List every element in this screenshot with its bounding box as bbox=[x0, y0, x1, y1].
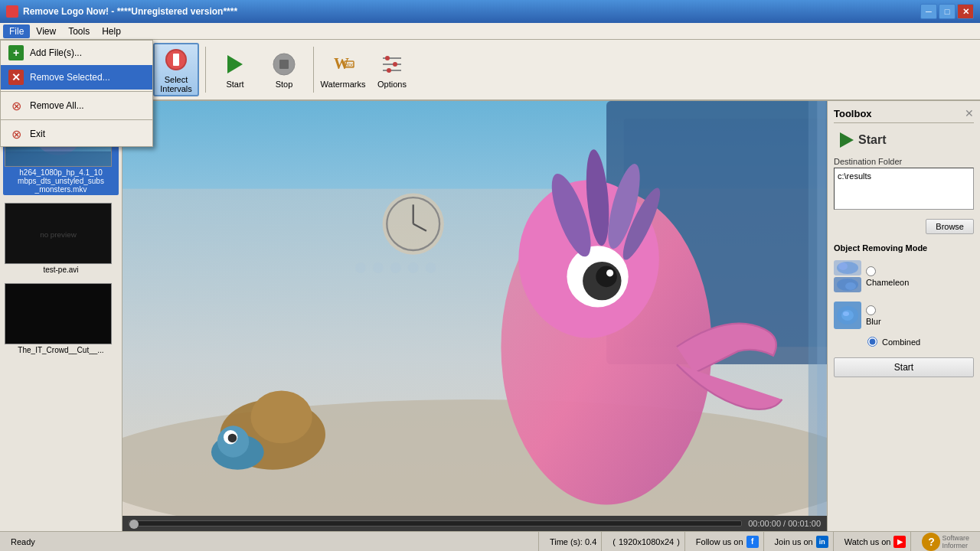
softinformer-label: SoftwareInformer bbox=[942, 534, 969, 549]
status-join-section[interactable]: Join us on in bbox=[770, 532, 834, 551]
toolbox-panel: Toolbox ✕ Start Destination Folder c:\re… bbox=[827, 101, 980, 531]
svg-text:no preview: no preview bbox=[40, 230, 77, 239]
chameleon-icon-top bbox=[834, 260, 861, 276]
object-removing-label: Object Removing Mode bbox=[834, 243, 974, 253]
window-controls: ─ □ ✕ bbox=[920, 4, 974, 19]
svg-rect-12 bbox=[279, 60, 289, 69]
softinformer-section[interactable]: ? SoftwareInformer bbox=[917, 532, 974, 551]
options-label: Options bbox=[377, 80, 407, 89]
svg-rect-9 bbox=[173, 54, 179, 66]
svg-point-65 bbox=[845, 282, 856, 290]
start-label: Start bbox=[226, 80, 243, 89]
menu-view[interactable]: View bbox=[30, 24, 62, 38]
softinformer-logo: ? SoftwareInformer bbox=[922, 533, 969, 551]
menu-remove-selected[interactable]: ✕ Remove Selected... bbox=[1, 65, 152, 90]
file-item-test-pe[interactable]: no preview test-pe.avi bbox=[3, 201, 119, 276]
app-title: Remove Logo Now! - ****Unregistered vers… bbox=[23, 6, 920, 17]
toolbox-header: Toolbox ✕ bbox=[834, 107, 974, 123]
toolbox-start-label: Start bbox=[858, 133, 886, 147]
blur-radio[interactable] bbox=[866, 305, 876, 315]
file-dropdown-menu: + Add File(s)... ✕ Remove Selected... ⊗ … bbox=[0, 40, 153, 147]
browse-button[interactable]: Browse bbox=[926, 219, 974, 234]
maximize-button[interactable]: □ bbox=[939, 4, 956, 19]
svg-point-59 bbox=[426, 262, 436, 273]
statusbar: Ready Time (s): 0.4 ( 1920x1080x24 ) Fol… bbox=[0, 531, 980, 551]
select-intervals-icon bbox=[162, 46, 190, 73]
svg-text:abc: abc bbox=[345, 62, 354, 67]
facebook-icon[interactable]: f bbox=[746, 536, 759, 548]
menu-tools[interactable]: Tools bbox=[62, 24, 96, 38]
dest-folder-input[interactable]: c:\results bbox=[834, 168, 974, 210]
toolbox-close-button[interactable]: ✕ bbox=[965, 107, 974, 119]
start-icon bbox=[221, 51, 249, 78]
chameleon-radio[interactable] bbox=[866, 266, 876, 276]
resolution-text: ( bbox=[612, 537, 616, 546]
start-process-button[interactable]: Start bbox=[834, 357, 974, 377]
social-join-icon[interactable]: in bbox=[816, 536, 828, 548]
progress-bar-area[interactable]: 00:00:00 / 00:01:00 bbox=[122, 516, 827, 531]
menu-separator bbox=[1, 91, 152, 92]
svg-point-58 bbox=[408, 262, 419, 273]
svg-point-48 bbox=[228, 434, 237, 442]
menu-add-files[interactable]: + Add File(s)... bbox=[1, 41, 152, 65]
object-removing-section: Object Removing Mode bbox=[834, 240, 974, 348]
ready-text: Ready bbox=[11, 537, 35, 546]
remove-selected-icon: ✕ bbox=[8, 70, 24, 85]
time-label: Time (s): 0.4 bbox=[550, 537, 596, 546]
menu-help[interactable]: Help bbox=[96, 24, 127, 38]
join-us-label: Join us on bbox=[775, 537, 813, 546]
progress-track[interactable] bbox=[129, 520, 742, 527]
titlebar: Remove Logo Now! - ****Unregistered vers… bbox=[0, 0, 980, 23]
options-icon bbox=[378, 51, 406, 78]
svg-point-69 bbox=[843, 311, 849, 316]
svg-point-40 bbox=[606, 269, 613, 276]
resolution-value: 1920x1080x24 bbox=[619, 537, 674, 546]
options-button[interactable]: Options bbox=[369, 43, 415, 96]
follow-us-label: Follow us on bbox=[696, 537, 743, 546]
svg-point-57 bbox=[390, 262, 401, 273]
status-time-section: Time (s): 0.4 bbox=[545, 532, 602, 551]
status-follow-section[interactable]: Follow us on f bbox=[691, 532, 764, 551]
exit-icon: ⊗ bbox=[8, 126, 24, 142]
stop-label: Stop bbox=[276, 80, 293, 89]
file-thumbnail-test-pe: no preview bbox=[5, 203, 112, 264]
progress-thumb[interactable] bbox=[129, 520, 139, 529]
dest-folder-section: Destination Folder c:\results bbox=[834, 157, 974, 210]
youtube-icon[interactable]: ▶ bbox=[893, 536, 906, 548]
app-icon bbox=[6, 5, 18, 18]
main-area: h264_1080p_hp_4.1_10mbps_dts_unstyled_su… bbox=[0, 101, 980, 531]
file-panel: h264_1080p_hp_4.1_10mbps_dts_unstyled_su… bbox=[0, 101, 122, 531]
svg-rect-50 bbox=[817, 101, 825, 531]
stop-button[interactable]: Stop bbox=[261, 43, 307, 96]
watch-us-label: Watch us on bbox=[844, 537, 891, 546]
minimize-button[interactable]: ─ bbox=[920, 4, 937, 19]
menu-exit[interactable]: ⊗ Exit bbox=[1, 122, 152, 146]
toolbox-title: Toolbox bbox=[834, 108, 872, 119]
chameleon-mode-option: Chameleon bbox=[834, 257, 974, 295]
toolbox-start-area: Start bbox=[834, 129, 974, 151]
file-item-it-crowd[interactable]: The_IT_Crowd__Cut__... bbox=[3, 282, 119, 356]
blur-label: Blur bbox=[866, 317, 881, 326]
chameleon-label: Chameleon bbox=[866, 278, 909, 287]
svg-point-21 bbox=[387, 68, 391, 73]
blur-mode-option: Blur bbox=[834, 298, 974, 332]
combined-radio[interactable] bbox=[867, 337, 877, 347]
toolbar-sep1 bbox=[205, 47, 206, 93]
svg-point-55 bbox=[355, 262, 366, 273]
softinformer-q-icon: ? bbox=[922, 533, 940, 551]
time-display: 00:00:00 / 00:01:00 bbox=[748, 519, 821, 528]
svg-rect-27 bbox=[5, 284, 111, 344]
start-button[interactable]: Start bbox=[212, 43, 258, 96]
status-watch-section[interactable]: Watch us on ▶ bbox=[840, 532, 912, 551]
video-area[interactable]: 00:00:00 / 00:01:00 bbox=[122, 101, 827, 531]
dest-folder-label: Destination Folder bbox=[834, 157, 974, 166]
select-intervals-button[interactable]: Select Intervals bbox=[153, 43, 199, 96]
watermarks-button[interactable]: W abc Watermarks bbox=[320, 43, 366, 96]
svg-point-62 bbox=[838, 262, 848, 270]
menu-file[interactable]: File bbox=[3, 24, 30, 38]
remove-all-icon: ⊗ bbox=[8, 98, 24, 113]
menubar: File View Tools Help + Add File(s)... ✕ … bbox=[0, 23, 980, 40]
blur-icon bbox=[834, 302, 861, 329]
close-button[interactable]: ✕ bbox=[957, 4, 974, 19]
menu-remove-all[interactable]: ⊗ Remove All... bbox=[1, 93, 152, 118]
